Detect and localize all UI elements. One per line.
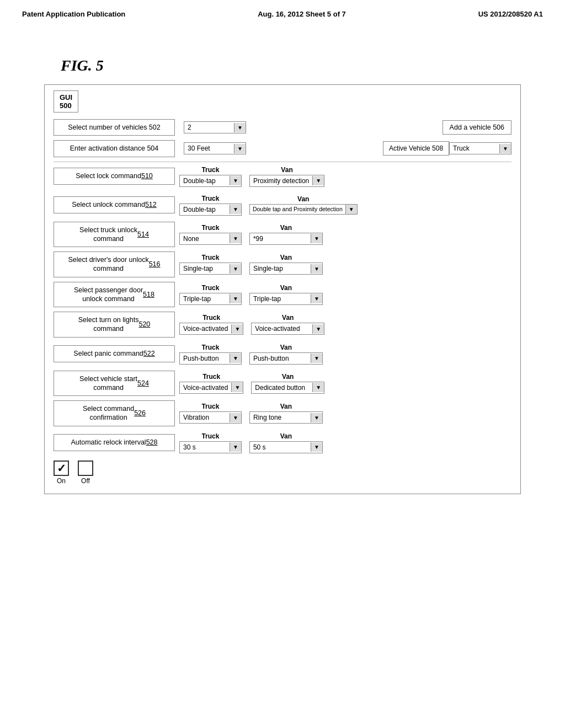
van-select-514[interactable]: *99▼ bbox=[249, 233, 323, 245]
truck-arrow-526[interactable]: ▼ bbox=[230, 413, 241, 422]
truck-col-header: Truck bbox=[179, 344, 242, 351]
table-row: Select passenger doorunlock command 518T… bbox=[54, 282, 511, 308]
van-group-528: Van50 s▼ bbox=[249, 432, 323, 453]
van-value-514: *99 bbox=[250, 233, 311, 244]
van-col-header: Van bbox=[249, 166, 324, 174]
activation-distance-row: Enter activation distance 504 30 Feet ▼ … bbox=[54, 140, 511, 157]
van-group-514: Van*99▼ bbox=[249, 224, 323, 245]
truck-arrow-512[interactable]: ▼ bbox=[230, 205, 241, 214]
van-value-510: Proximity detection bbox=[250, 175, 312, 186]
table-row: Select panic command522TruckPush-button▼… bbox=[54, 342, 511, 366]
van-select-510[interactable]: Proximity detection▼ bbox=[249, 175, 324, 187]
van-arrow-512[interactable]: ▼ bbox=[345, 205, 357, 214]
truck-value-526: Vibration bbox=[180, 412, 230, 423]
van-arrow-528[interactable]: ▼ bbox=[311, 442, 322, 452]
van-value-524: Dedicated button bbox=[252, 382, 312, 393]
van-arrow-514[interactable]: ▼ bbox=[311, 234, 322, 243]
truck-value-528: 30 s bbox=[180, 442, 230, 453]
truck-col-header: Truck bbox=[179, 254, 242, 261]
truck-value-510: Double-tap bbox=[180, 175, 230, 186]
fig-title: FIG. 5 bbox=[61, 57, 565, 74]
activation-distance-value: 30 Feet bbox=[184, 143, 234, 154]
active-vehicle-select[interactable]: Truck ▼ bbox=[449, 142, 511, 154]
truck-value-516: Single-tap bbox=[180, 263, 230, 274]
truck-col-header: Truck bbox=[179, 403, 242, 410]
truck-arrow-520[interactable]: ▼ bbox=[231, 324, 243, 334]
page-header: Patent Application Publication Aug. 16, … bbox=[0, 0, 565, 24]
num-vehicles-arrow[interactable]: ▼ bbox=[234, 123, 246, 132]
van-arrow-518[interactable]: ▼ bbox=[311, 294, 322, 303]
activation-distance-arrow[interactable]: ▼ bbox=[234, 144, 246, 153]
van-arrow-510[interactable]: ▼ bbox=[312, 176, 324, 185]
truck-arrow-518[interactable]: ▼ bbox=[230, 294, 241, 303]
van-col-header: Van bbox=[251, 373, 324, 381]
truck-group-520: TruckVoice-activated▼ bbox=[179, 314, 243, 335]
van-group-518: VanTriple-tap▼ bbox=[249, 284, 323, 305]
row-label-514: Select truck unlockcommand 514 bbox=[54, 222, 175, 248]
truck-group-512: TruckDouble-tap▼ bbox=[179, 195, 242, 216]
truck-select-516[interactable]: Single-tap▼ bbox=[179, 263, 242, 275]
truck-arrow-514[interactable]: ▼ bbox=[230, 234, 241, 243]
truck-value-520: Voice-activated bbox=[180, 323, 231, 334]
truck-col-header: Truck bbox=[179, 195, 242, 202]
truck-col-header: Truck bbox=[179, 314, 243, 322]
van-col-header: Van bbox=[249, 284, 323, 292]
truck-select-526[interactable]: Vibration▼ bbox=[179, 411, 242, 424]
van-select-524[interactable]: Dedicated button▼ bbox=[251, 382, 324, 394]
van-value-520: Voice-activated bbox=[252, 323, 312, 334]
truck-arrow-516[interactable]: ▼ bbox=[230, 264, 241, 274]
table-row: Select vehicle startcommand 524TruckVoic… bbox=[54, 371, 511, 397]
van-select-516[interactable]: Single-tap▼ bbox=[249, 263, 323, 275]
truck-select-524[interactable]: Voice-activated▼ bbox=[179, 382, 243, 394]
van-arrow-520[interactable]: ▼ bbox=[312, 324, 324, 334]
active-vehicle-value: Truck bbox=[450, 143, 499, 154]
van-arrow-516[interactable]: ▼ bbox=[311, 264, 322, 274]
header-left: Patent Application Publication bbox=[22, 10, 125, 18]
van-col-header: Van bbox=[251, 314, 324, 322]
truck-select-514[interactable]: None▼ bbox=[179, 233, 242, 245]
van-col-header: Van bbox=[249, 403, 323, 410]
row-label-510: Select lock command510 bbox=[54, 168, 175, 184]
on-checkbox[interactable] bbox=[54, 461, 69, 476]
van-arrow-524[interactable]: ▼ bbox=[312, 383, 324, 392]
row-label-520: Select turn on lightscommand 520 bbox=[54, 312, 175, 338]
van-arrow-522[interactable]: ▼ bbox=[311, 354, 322, 363]
truck-arrow-524[interactable]: ▼ bbox=[231, 383, 243, 392]
truck-arrow-510[interactable]: ▼ bbox=[230, 176, 241, 185]
activation-distance-label: Enter activation distance 504 bbox=[54, 140, 175, 157]
van-select-526[interactable]: Ring tone▼ bbox=[249, 411, 323, 424]
van-select-518[interactable]: Triple-tap▼ bbox=[249, 293, 323, 305]
off-checkbox[interactable] bbox=[78, 461, 93, 476]
van-group-520: VanVoice-activated▼ bbox=[251, 314, 324, 335]
table-row: Automatic relock interval528Truck30 s▼Va… bbox=[54, 431, 511, 455]
data-rows: Select lock command510TruckDouble-tap▼Va… bbox=[54, 164, 511, 455]
van-select-520[interactable]: Voice-activated▼ bbox=[251, 323, 324, 335]
van-value-528: 50 s bbox=[250, 442, 311, 453]
van-select-512[interactable]: Double tap and Proximity detection▼ bbox=[249, 204, 358, 215]
van-select-522[interactable]: Push-button▼ bbox=[249, 352, 323, 365]
truck-col-header: Truck bbox=[179, 224, 242, 232]
off-checkbox-group: Off bbox=[78, 461, 93, 485]
truck-group-518: TruckTriple-tap▼ bbox=[179, 284, 242, 305]
van-group-524: VanDedicated button▼ bbox=[251, 373, 324, 394]
on-checkbox-group: On bbox=[54, 461, 69, 485]
van-col-header: Van bbox=[249, 254, 323, 261]
add-vehicle-button[interactable]: Add a vehicle 506 bbox=[443, 120, 511, 135]
truck-select-528[interactable]: 30 s▼ bbox=[179, 441, 242, 453]
activation-distance-select[interactable]: 30 Feet ▼ bbox=[184, 142, 246, 154]
truck-select-512[interactable]: Double-tap▼ bbox=[179, 204, 242, 216]
active-vehicle-arrow[interactable]: ▼ bbox=[499, 144, 511, 153]
truck-select-522[interactable]: Push-button▼ bbox=[179, 352, 242, 365]
van-arrow-526[interactable]: ▼ bbox=[311, 413, 322, 422]
van-select-528[interactable]: 50 s▼ bbox=[249, 441, 323, 453]
truck-arrow-528[interactable]: ▼ bbox=[230, 442, 241, 452]
truck-select-518[interactable]: Triple-tap▼ bbox=[179, 293, 242, 305]
truck-select-520[interactable]: Voice-activated▼ bbox=[179, 323, 243, 335]
truck-select-510[interactable]: Double-tap▼ bbox=[179, 175, 242, 187]
truck-arrow-522[interactable]: ▼ bbox=[230, 354, 241, 363]
van-group-512: VanDouble tap and Proximity detection▼ bbox=[249, 195, 358, 215]
num-vehicles-select[interactable]: 2 ▼ bbox=[184, 121, 246, 133]
truck-value-514: None bbox=[180, 233, 230, 244]
active-vehicle-group: Active Vehicle 508 Truck ▼ bbox=[383, 141, 511, 156]
row-label-524: Select vehicle startcommand 524 bbox=[54, 371, 175, 397]
